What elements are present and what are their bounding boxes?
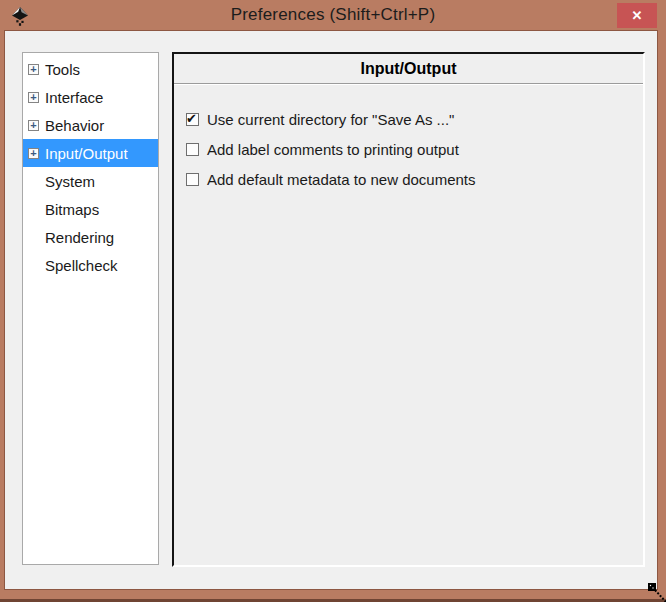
- sidebar-item-label: System: [45, 173, 95, 190]
- close-icon: ✕: [632, 8, 643, 23]
- sidebar-item-label: Bitmaps: [45, 201, 99, 218]
- sidebar-item-input-output[interactable]: Input/Output: [23, 139, 158, 167]
- sidebar-item-label: Tools: [45, 61, 80, 78]
- checkbox-use-current-directory[interactable]: [186, 113, 199, 126]
- sidebar-item-label: Spellcheck: [45, 257, 118, 274]
- page-title: Input/Output: [174, 54, 643, 84]
- preferences-window: { "window": { "title": "Preferences (Shi…: [0, 0, 666, 602]
- sidebar-item-label: Input/Output: [45, 145, 128, 162]
- sidebar-item-rendering[interactable]: Rendering: [23, 223, 158, 251]
- checkbox-label: Use current directory for "Save As ...": [207, 111, 454, 128]
- expander-plus-icon[interactable]: [28, 92, 39, 103]
- expander-plus-icon[interactable]: [28, 64, 39, 75]
- checkbox-label: Add default metadata to new documents: [207, 171, 476, 188]
- input-output-settings-panel: Input/Output Use current directory for "…: [172, 52, 645, 567]
- sidebar-item-spellcheck[interactable]: Spellcheck: [23, 251, 158, 279]
- dialog-body: Tools Interface Behavior Input/Output Sy…: [5, 31, 657, 589]
- sidebar-item-label: Rendering: [45, 229, 114, 246]
- option-add-label-comments[interactable]: Add label comments to printing output: [174, 134, 643, 164]
- sidebar-item-label: Behavior: [45, 117, 104, 134]
- expander-plus-icon[interactable]: [28, 148, 39, 159]
- window-title: Preferences (Shift+Ctrl+P): [0, 0, 666, 31]
- sidebar-item-system[interactable]: System: [23, 167, 158, 195]
- checkbox-add-label-comments[interactable]: [186, 143, 199, 156]
- sidebar-item-label: Interface: [45, 89, 103, 106]
- sidebar-item-tools[interactable]: Tools: [23, 55, 158, 83]
- option-use-current-directory[interactable]: Use current directory for "Save As ...": [174, 104, 643, 134]
- close-button[interactable]: ✕: [617, 3, 657, 28]
- resize-grip-cursor: [646, 582, 666, 602]
- preferences-category-tree: Tools Interface Behavior Input/Output Sy…: [22, 52, 159, 565]
- titlebar: Preferences (Shift+Ctrl+P) ✕: [0, 0, 666, 31]
- sidebar-item-interface[interactable]: Interface: [23, 83, 158, 111]
- sidebar-item-behavior[interactable]: Behavior: [23, 111, 158, 139]
- sidebar-item-bitmaps[interactable]: Bitmaps: [23, 195, 158, 223]
- expander-plus-icon[interactable]: [28, 120, 39, 131]
- checkbox-label: Add label comments to printing output: [207, 141, 459, 158]
- option-add-default-metadata[interactable]: Add default metadata to new documents: [174, 164, 643, 194]
- options-list: Use current directory for "Save As ..." …: [174, 104, 643, 194]
- checkbox-add-default-metadata[interactable]: [186, 173, 199, 186]
